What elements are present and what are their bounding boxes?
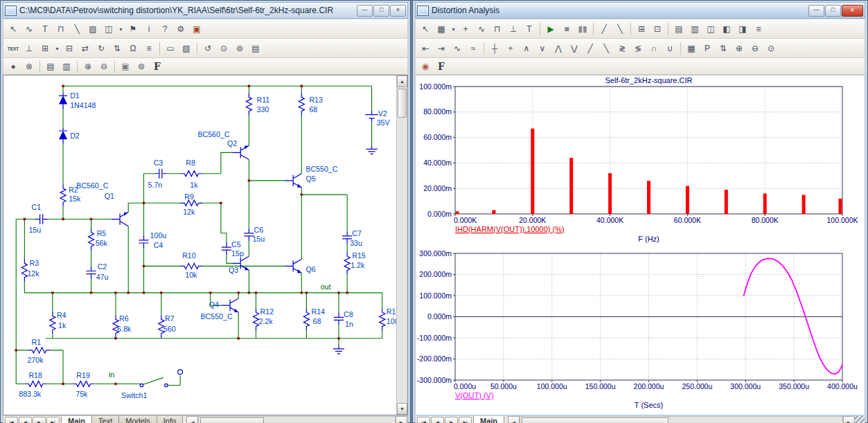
component-r14[interactable]: R1468 — [303, 307, 325, 330]
scroll-thumb[interactable] — [398, 89, 407, 118]
data-points-button[interactable]: ⊡ — [650, 21, 665, 37]
scroll-left-button[interactable]: ◀ — [508, 416, 520, 423]
component-r10[interactable]: R1010k — [180, 251, 202, 278]
help-mode-button[interactable]: ? — [157, 21, 172, 37]
net-label-in[interactable]: in — [109, 370, 114, 379]
fall-edge-button[interactable]: ╲ — [599, 41, 614, 56]
polygon-tool-button[interactable]: ╲ — [612, 21, 628, 37]
point-marker-button[interactable]: ● — [6, 59, 21, 74]
grid-button[interactable]: ⊞ — [634, 21, 649, 37]
flag-mode-button[interactable]: ⚑ — [125, 21, 141, 37]
font-button[interactable]: F — [150, 59, 165, 74]
component-q2[interactable]: BC560_CQ2 — [197, 130, 249, 159]
fill-pattern-button[interactable]: ▧ — [179, 41, 194, 56]
performance-button[interactable]: P — [700, 41, 715, 56]
next-low-button[interactable]: ≶ — [630, 41, 646, 56]
component-c7[interactable]: C733u — [342, 229, 362, 247]
sheet-next-button[interactable]: ▥ — [59, 59, 74, 74]
last-tab-button[interactable]: ▶| — [46, 417, 60, 423]
close-button[interactable]: × — [390, 5, 406, 17]
envelope-button[interactable]: ≈ — [466, 41, 481, 56]
rise-edge-button[interactable]: ╱ — [583, 41, 598, 56]
text-snippet-button[interactable]: TEXT — [6, 41, 21, 56]
component-r4[interactable]: R41k — [50, 311, 67, 334]
node-dropdown[interactable]: ▾ — [53, 41, 61, 56]
undo-button[interactable]: ↺ — [200, 41, 215, 56]
scroll-down-button[interactable]: ▼ — [397, 403, 407, 415]
overlay-button[interactable]: ◧ — [719, 21, 734, 37]
waveform-mode-button[interactable]: ∿ — [474, 21, 489, 37]
zoom-in-button[interactable]: ⊕ — [80, 59, 96, 74]
split-mode-button[interactable]: ◫ — [101, 21, 116, 37]
rotate-button[interactable]: ↻ — [94, 41, 109, 56]
last-tab-button[interactable]: ▶| — [459, 417, 472, 423]
component-switch1[interactable]: Switch1 — [121, 391, 147, 399]
tab-text[interactable]: Text — [91, 416, 119, 423]
schematic-horizontal-scrollbar[interactable]: ◀ ▶ — [186, 416, 407, 423]
component-r15[interactable]: R151.2k — [344, 251, 366, 274]
scroll-thumb[interactable] — [200, 417, 264, 423]
component-v2[interactable]: V235V — [365, 109, 390, 154]
select-mode-button[interactable]: ↖ — [6, 21, 21, 37]
schematic-canvas[interactable]: D11N4148 D2 R11330 R1368 V235V BC560_CQ2… — [3, 75, 396, 415]
zoom-in-button[interactable]: ⊕ — [732, 41, 747, 56]
component-r1[interactable]: R1270k — [27, 338, 50, 364]
tab-info[interactable]: Info — [157, 416, 183, 423]
picture-mode-button[interactable]: ▣ — [189, 21, 204, 37]
line-tool-button[interactable]: ╱ — [596, 21, 612, 37]
tab-models[interactable]: Models — [118, 416, 157, 423]
tag-mode-button[interactable]: ⊓ — [490, 21, 505, 37]
scope-dropdown[interactable]: ▾ — [450, 21, 457, 37]
select-button[interactable]: ↖ — [418, 21, 433, 37]
settings-button[interactable]: ⚙ — [173, 21, 188, 37]
sheet-prev-button[interactable]: ▤ — [43, 59, 58, 74]
split-vertical-button[interactable]: ◫ — [703, 21, 718, 37]
global-low-button[interactable]: ⋁ — [567, 41, 582, 56]
scroll-up-button[interactable]: ▲ — [397, 75, 407, 87]
component-c8[interactable]: C81n — [333, 310, 353, 354]
scroll-track[interactable] — [520, 416, 843, 423]
component-r19[interactable]: R1975k — [72, 371, 94, 397]
scroll-right-button[interactable]: ▶ — [843, 416, 855, 423]
next-point-button[interactable]: ⇥ — [434, 41, 449, 56]
component-d1[interactable]: D11N4148 — [59, 91, 96, 109]
info-sheet-button[interactable]: ▤ — [248, 41, 263, 56]
minimize-button[interactable]: — — [357, 5, 373, 17]
panels-button[interactable]: ◨ — [735, 21, 750, 37]
ruler-button[interactable]: ⊥ — [506, 21, 521, 37]
scroll-thumb[interactable] — [522, 417, 668, 423]
close-button[interactable]: × — [842, 5, 863, 17]
text-mode-button[interactable]: T — [522, 21, 537, 37]
component-q5[interactable]: BC550_CQ5 — [285, 165, 338, 188]
component-r3[interactable]: R312k — [21, 259, 39, 281]
font-button[interactable]: F — [434, 59, 449, 74]
component-c1[interactable]: C115u — [28, 203, 47, 233]
zoom-out-button[interactable]: ⊖ — [96, 59, 112, 74]
resize-grip[interactable] — [855, 416, 865, 423]
component-r13[interactable]: R1368 — [299, 93, 323, 115]
run-button[interactable]: ▶ — [543, 21, 558, 37]
prev-point-button[interactable]: ⇤ — [418, 41, 433, 56]
analysis-titlebar[interactable]: Distortion Analysis —□× — [415, 2, 865, 19]
pause-button[interactable]: ▮▮ — [575, 21, 590, 37]
stop-button[interactable]: ■ — [559, 21, 574, 37]
refresh-button[interactable]: ⊚ — [134, 59, 149, 74]
info-mode-button[interactable]: i — [141, 21, 157, 37]
wire-mode-button[interactable]: ∿ — [21, 21, 37, 37]
arc-top-button[interactable]: ∩ — [646, 41, 662, 56]
component-c2[interactable]: C247u — [86, 262, 108, 280]
zoom-out-button[interactable]: ⊖ — [747, 41, 763, 56]
component-r5[interactable]: R556k — [89, 228, 108, 251]
component-r16[interactable]: R16100 — [380, 307, 396, 330]
first-tab-button[interactable]: |◀ — [417, 417, 430, 423]
global-high-button[interactable]: ⋀ — [551, 41, 566, 56]
tab-main[interactable]: Main — [473, 416, 504, 423]
maximize-button[interactable]: □ — [373, 5, 389, 17]
scroll-right-button[interactable]: ▶ — [396, 416, 407, 423]
component-r6[interactable]: R66.8k — [113, 314, 132, 337]
scope-button[interactable]: ▦ — [434, 21, 449, 37]
cursor-xy-button[interactable]: + — [503, 41, 518, 56]
next-valley-button[interactable]: ∨ — [535, 41, 550, 56]
component-r12[interactable]: R122.2k — [253, 307, 274, 330]
split-horizontal-button[interactable]: ▥ — [687, 21, 702, 37]
